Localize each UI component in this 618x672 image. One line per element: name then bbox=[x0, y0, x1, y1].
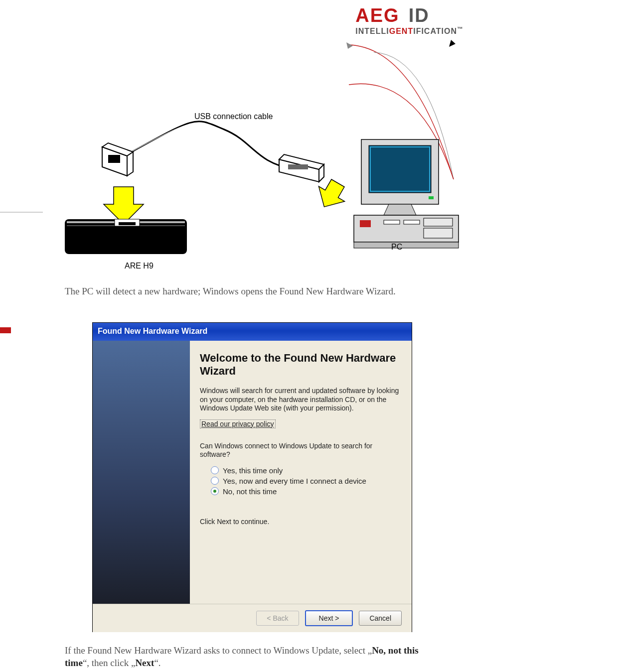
tagline-tm: ™ bbox=[457, 25, 464, 32]
brand-aeg: AEG bbox=[355, 5, 399, 26]
svg-rect-9 bbox=[288, 164, 308, 169]
margin-rule bbox=[0, 212, 43, 213]
radio-label-1: Yes, this time only bbox=[223, 466, 283, 475]
wizard-main-panel: Welcome to the Found New Hardware Wizard… bbox=[190, 341, 412, 604]
svg-rect-25 bbox=[384, 220, 400, 224]
back-button: < Back bbox=[256, 611, 299, 626]
bottom-mask bbox=[0, 668, 618, 672]
brand-id: ID bbox=[409, 5, 430, 26]
wizard-continue-text: Click Next to continue. bbox=[200, 518, 402, 527]
para2-bold-2: Next bbox=[135, 658, 154, 668]
svg-rect-24 bbox=[360, 220, 371, 227]
diagram-svg bbox=[60, 112, 473, 271]
svg-marker-0 bbox=[346, 42, 353, 49]
privacy-policy-link[interactable]: Read our privacy policy bbox=[200, 419, 276, 428]
svg-rect-20 bbox=[429, 196, 434, 199]
radio-option-1[interactable]: Yes, this time only bbox=[211, 466, 402, 475]
para2-c: “, then click „ bbox=[83, 658, 136, 668]
usb-cable-label: USB connection cable bbox=[194, 112, 273, 121]
svg-marker-4 bbox=[127, 152, 133, 176]
connection-diagram: USB connection cable ARE H9 PC bbox=[60, 112, 473, 271]
svg-rect-5 bbox=[108, 155, 120, 163]
para2-e: “. bbox=[154, 658, 160, 668]
svg-marker-21 bbox=[384, 204, 416, 215]
svg-rect-26 bbox=[404, 220, 420, 224]
cancel-button[interactable]: Cancel bbox=[359, 611, 402, 626]
wizard-question: Can Windows connect to Windows Update to… bbox=[200, 442, 402, 459]
paragraph-2: If the Found New Hardware Wizard asks to… bbox=[65, 645, 444, 669]
svg-marker-1 bbox=[449, 40, 456, 47]
radio-icon bbox=[211, 466, 219, 474]
radio-icon bbox=[211, 477, 219, 485]
wizard-body: Welcome to the Found New Hardware Wizard… bbox=[93, 341, 412, 604]
tagline-part-3: IFICATION bbox=[413, 27, 457, 35]
brand-header: AEGID INTELLIGENTIFICATION™ bbox=[355, 5, 464, 36]
next-button[interactable]: Next > bbox=[305, 610, 353, 626]
svg-rect-18 bbox=[369, 145, 431, 193]
svg-rect-23 bbox=[354, 242, 459, 248]
brand-tagline: INTELLIGENTIFICATION™ bbox=[355, 25, 464, 36]
hardware-wizard-dialog: Found New Hardware Wizard Welcome to the… bbox=[92, 322, 412, 632]
wizard-titlebar[interactable]: Found New Hardware Wizard bbox=[93, 323, 412, 341]
pc-label: PC bbox=[391, 243, 402, 252]
wizard-heading: Welcome to the Found New Hardware Wizard bbox=[200, 352, 402, 378]
tagline-part-2: GENT bbox=[389, 27, 413, 35]
radio-label-3: No, not this time bbox=[223, 487, 277, 496]
svg-rect-28 bbox=[424, 228, 453, 238]
red-margin-marker bbox=[0, 327, 11, 333]
svg-rect-16 bbox=[119, 222, 136, 225]
radio-option-2[interactable]: Yes, now and every time I connect a devi… bbox=[211, 477, 402, 485]
brand-line1: AEGID bbox=[355, 5, 464, 26]
radio-option-3[interactable]: No, not this time bbox=[211, 487, 402, 496]
tagline-part-1: INTELLI bbox=[355, 27, 389, 35]
wizard-sidebar-graphic bbox=[93, 341, 190, 604]
para2-a: If the Found New Hardware Wizard asks to… bbox=[65, 645, 372, 656]
wizard-footer: < Back Next > Cancel bbox=[93, 604, 412, 632]
device-label: ARE H9 bbox=[125, 262, 154, 270]
paragraph-1: The PC will detect a new hardware; Windo… bbox=[65, 285, 444, 298]
wizard-intro-text: Windows will search for current and upda… bbox=[200, 387, 402, 413]
svg-rect-27 bbox=[424, 218, 453, 226]
svg-marker-10 bbox=[104, 187, 144, 224]
radio-icon-selected bbox=[211, 487, 219, 495]
radio-label-2: Yes, now and every time I connect a devi… bbox=[223, 477, 366, 485]
